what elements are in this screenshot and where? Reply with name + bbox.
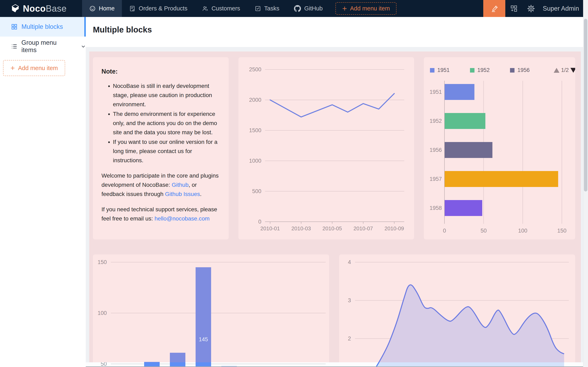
plus-icon [342,6,347,11]
svg-text:1951: 1951 [430,89,442,95]
legend-page-down-icon[interactable] [571,68,575,73]
nocobase-logo[interactable]: NocoBase [0,0,82,17]
svg-text:2010-03: 2010-03 [291,225,311,232]
orders-icon [129,6,135,12]
svg-text:4: 4 [348,259,351,265]
sidebar-item-label: Group menu items [21,39,73,54]
nav-tab-label: Customers [211,5,240,12]
nav-tab-home[interactable]: Home [82,0,122,17]
horizontal-bar-chart: 05010015019511952195619571958 [424,57,575,240]
legend-item-1952[interactable]: 1952 [470,67,490,73]
scrollbar-thumb[interactable] [584,19,587,192]
svg-text:2: 2 [348,335,351,342]
note-link[interactable]: hello@nocobase.com [154,215,210,222]
blocks-plus-icon [510,5,518,12]
legend-label: 1952 [477,67,490,73]
svg-text:0: 0 [258,219,261,225]
note-text: . [200,191,202,197]
svg-text:1000: 1000 [249,158,261,164]
sidebar-add-menu-item-button[interactable]: Add menu item [3,60,65,76]
note-bullet: The demo environment is for experience o… [113,109,220,137]
ui-editor-button[interactable] [483,0,505,17]
legend-item-1951[interactable]: 1951 [430,67,450,73]
nav-add-menu-item-button[interactable]: Add menu item [335,2,396,15]
svg-text:2000: 2000 [249,97,261,103]
sidebar-item-group-menu-items[interactable]: Group menu items [0,37,86,56]
note-paragraphs: Welcome to participate in the core and p… [93,171,229,223]
navbar-right-actions: Super Admin [483,0,588,17]
nav-tab-orders-products[interactable]: Orders & Products [122,0,195,17]
legend-item-1956[interactable]: 1956 [510,67,530,73]
nav-tabs: Home Orders & Products Customers [82,0,330,17]
legend-swatch [430,68,435,73]
sidebar-add-label: Add menu item [18,65,58,72]
sidebar-item-multiple-blocks[interactable]: Multiple blocks [0,17,86,37]
svg-text:3: 3 [348,297,351,303]
svg-text:100: 100 [97,310,107,316]
top-navbar: NocoBase Home Orders & Produ [0,0,588,17]
nav-tab-label: Orders & Products [139,5,187,12]
brand-bold: Noco [23,3,46,14]
customers-icon [202,6,208,12]
vertical-scrollbar[interactable] [583,0,588,367]
nav-tab-label: Home [99,5,114,12]
legend-page-up-icon[interactable] [554,68,559,73]
highlighter-icon [490,4,499,13]
sidebar-item-label: Multiple blocks [21,23,63,30]
note-bullet-list: NocoBase is still in early development s… [93,81,229,165]
vertical-bar-chart: 15010014550 [93,254,329,367]
line-chart: 250020001500100050002010-012010-032010-0… [238,57,414,240]
legend-swatch [470,68,475,73]
gear-icon [527,5,535,13]
grid-icon [11,24,17,30]
legend-pagination: 1/2 [554,67,575,73]
svg-text:1957: 1957 [430,176,442,182]
svg-text:1956: 1956 [430,147,442,153]
line-chart-block: 250020001500100050002010-012010-032010-0… [238,57,414,240]
note-link[interactable]: Github [172,182,189,188]
area-chart-block: 432 [339,254,575,362]
vertical-bar-chart-block: 15010014550 [93,254,329,362]
nav-tab-label: Tasks [264,5,279,12]
tasks-icon [255,6,261,12]
page-blocks-area: Note: NocoBase is still in early develop… [89,51,581,362]
note-link[interactable]: Github Issues [165,191,200,197]
svg-text:1500: 1500 [249,127,261,133]
nav-tab-customers[interactable]: Customers [195,0,248,17]
svg-text:0: 0 [443,228,446,234]
note-bullet: NocoBase is still in early development s… [113,81,220,109]
nav-tab-tasks[interactable]: Tasks [248,0,287,17]
legend-label: 1956 [517,67,530,73]
note-bullet: If you want to use our online version fo… [113,137,220,165]
settings-button[interactable] [523,0,540,17]
svg-text:50: 50 [481,228,487,234]
app-window: NocoBase Home Orders & Produ [0,0,588,367]
svg-text:2010-05: 2010-05 [322,225,342,232]
svg-text:2010-01: 2010-01 [260,225,280,232]
note-markdown-block: Note: NocoBase is still in early develop… [93,57,229,240]
brand-light: Base [46,3,66,14]
svg-text:1958: 1958 [430,205,442,211]
svg-text:145: 145 [199,336,208,342]
plugin-manager-button[interactable] [505,0,523,17]
smiley-icon [89,6,96,12]
cube-logo-icon [11,4,20,13]
legend-label: 1951 [437,67,450,73]
chevron-down-icon [81,44,86,49]
list-icon [11,43,17,50]
note-heading: Note: [101,68,220,75]
area-chart: 432 [339,254,575,367]
svg-text:2010-09: 2010-09 [385,225,404,232]
sidebar: Multiple blocks Group menu items Add men… [0,17,86,367]
svg-text:150: 150 [557,228,566,234]
nav-tab-github[interactable]: GitHub [287,0,330,17]
active-indicator-bar [84,17,86,37]
user-menu[interactable]: Super Admin [540,5,588,12]
svg-text:500: 500 [252,188,261,194]
svg-text:100: 100 [518,228,527,234]
github-icon [294,5,301,12]
note-paragraph: If you need technical support services, … [101,205,220,223]
svg-text:150: 150 [97,259,107,265]
page-title: Multiple blocks [93,25,152,34]
chart-legend: 1951 1952 1956 1/2 [430,67,575,73]
